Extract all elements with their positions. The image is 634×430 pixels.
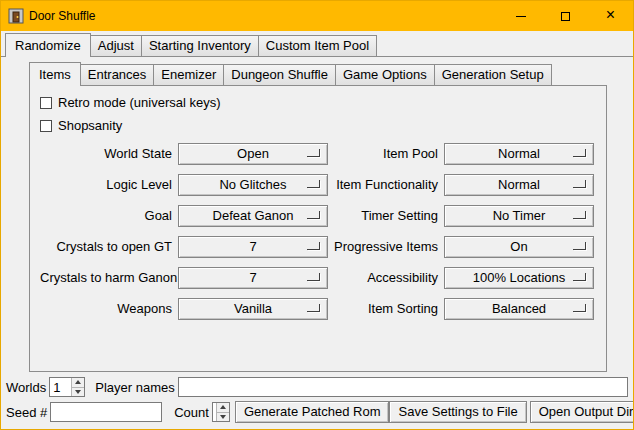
dropdown-indicator-icon — [573, 304, 586, 312]
dropdown-indicator-icon — [307, 211, 320, 219]
dropdown-indicator-icon — [573, 180, 586, 188]
tab-custom-item-pool[interactable]: Custom Item Pool — [258, 35, 377, 56]
item-pool-label: Item Pool — [334, 146, 438, 161]
retro-mode-label: Retro mode (universal keys) — [58, 95, 221, 110]
goal-dropdown[interactable]: Defeat Ganon — [178, 205, 328, 227]
checkbox-unchecked-icon — [40, 97, 52, 109]
app-icon — [8, 8, 24, 24]
tab-adjust[interactable]: Adjust — [90, 35, 142, 56]
dropdown-indicator-icon — [307, 273, 320, 281]
item-functionality-value: Normal — [498, 177, 540, 192]
world-state-value: Open — [237, 146, 269, 161]
progressive-items-value: On — [510, 239, 527, 254]
accessibility-label: Accessibility — [334, 270, 438, 285]
logic-level-dropdown[interactable]: No Glitches — [178, 174, 328, 196]
weapons-label: Weapons — [40, 301, 172, 316]
world-state-dropdown[interactable]: Open — [178, 143, 328, 165]
weapons-value: Vanilla — [234, 301, 272, 316]
tab-randomize[interactable]: Randomize — [5, 33, 91, 57]
timer-setting-value: No Timer — [493, 208, 546, 223]
shopsanity-label: Shopsanity — [58, 118, 122, 133]
tab-starting-inventory[interactable]: Starting Inventory — [141, 35, 259, 56]
goal-label: Goal — [40, 208, 172, 223]
retro-mode-checkbox[interactable]: Retro mode (universal keys) — [40, 91, 606, 114]
tab-dungeon-shuffle[interactable]: Dungeon Shuffle — [223, 64, 336, 85]
window-title: Door Shuffle — [29, 9, 96, 23]
dropdown-indicator-icon — [573, 242, 586, 250]
minimize-icon — [516, 16, 526, 17]
inner-notebook: Items Entrances Enemizer Dungeon Shuffle… — [29, 62, 607, 372]
checkbox-unchecked-icon — [40, 120, 52, 132]
dropdown-indicator-icon — [307, 242, 320, 250]
dropdown-indicator-icon — [307, 149, 320, 157]
inner-tab-bar: Items Entrances Enemizer Dungeon Shuffle… — [29, 62, 607, 85]
item-pool-value: Normal — [498, 146, 540, 161]
accessibility-value: 100% Locations — [473, 270, 566, 285]
accessibility-dropdown[interactable]: 100% Locations — [444, 267, 594, 289]
tab-game-options[interactable]: Game Options — [335, 64, 435, 85]
item-sorting-dropdown[interactable]: Balanced — [444, 298, 594, 320]
progressive-items-dropdown[interactable]: On — [444, 236, 594, 258]
item-functionality-dropdown[interactable]: Normal — [444, 174, 594, 196]
maximize-button[interactable] — [543, 1, 588, 31]
item-pool-dropdown[interactable]: Normal — [444, 143, 594, 165]
crystals-gt-label: Crystals to open GT — [40, 239, 172, 254]
tab-enemizer[interactable]: Enemizer — [153, 64, 224, 85]
close-icon: × — [606, 7, 615, 23]
crystals-gt-value: 7 — [249, 239, 256, 254]
options-grid: World State Open Item Pool Normal Logic … — [40, 138, 606, 324]
window: Door Shuffle × Randomize Adjust Starting… — [0, 0, 634, 430]
crystals-ganon-dropdown[interactable]: 7 — [178, 267, 328, 289]
dropdown-indicator-icon — [573, 211, 586, 219]
crystals-ganon-value: 7 — [249, 270, 256, 285]
crystals-gt-dropdown[interactable]: 7 — [178, 236, 328, 258]
randomize-tab-pane: Items Entrances Enemizer Dungeon Shuffle… — [1, 56, 633, 430]
titlebar[interactable]: Door Shuffle × — [1, 1, 633, 31]
dropdown-indicator-icon — [307, 304, 320, 312]
tab-items[interactable]: Items — [29, 62, 81, 86]
logic-level-label: Logic Level — [40, 177, 172, 192]
shopsanity-checkbox[interactable]: Shopsanity — [40, 114, 606, 137]
timer-setting-dropdown[interactable]: No Timer — [444, 205, 594, 227]
dropdown-indicator-icon — [307, 180, 320, 188]
world-state-label: World State — [40, 146, 172, 161]
logic-level-value: No Glitches — [219, 177, 286, 192]
items-tab-pane: Retro mode (universal keys) Shopsanity W… — [29, 85, 607, 372]
close-button[interactable]: × — [588, 1, 633, 31]
dropdown-indicator-icon — [573, 273, 586, 281]
minimize-button[interactable] — [498, 1, 543, 31]
tab-entrances[interactable]: Entrances — [80, 64, 155, 85]
crystals-ganon-label: Crystals to harm Ganon — [40, 270, 172, 285]
maximize-icon — [561, 12, 570, 21]
item-sorting-value: Balanced — [492, 301, 546, 316]
item-sorting-label: Item Sorting — [334, 301, 438, 316]
weapons-dropdown[interactable]: Vanilla — [178, 298, 328, 320]
dropdown-indicator-icon — [573, 149, 586, 157]
progressive-items-label: Progressive Items — [334, 239, 438, 254]
outer-tab-bar: Randomize Adjust Starting Inventory Cust… — [1, 33, 633, 56]
tab-generation-setup[interactable]: Generation Setup — [434, 64, 552, 85]
item-functionality-label: Item Functionality — [334, 177, 438, 192]
timer-setting-label: Timer Setting — [334, 208, 438, 223]
goal-value: Defeat Ganon — [213, 208, 294, 223]
